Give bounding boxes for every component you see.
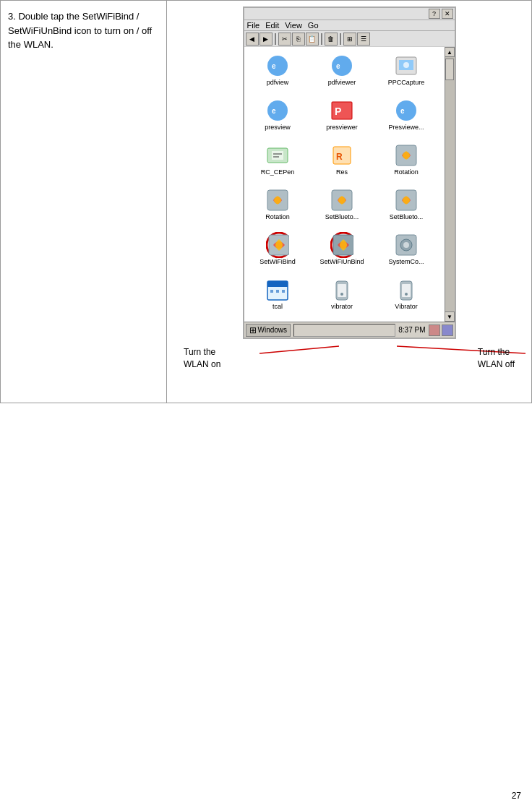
start-button[interactable]: ⊞ Windows (246, 324, 291, 337)
icon-pdfviewer[interactable]: e pdfviewer (312, 51, 373, 93)
win-menubar: File Edit View Go (244, 20, 455, 31)
taskbar-icon2[interactable] (442, 325, 453, 336)
toolbar-views2[interactable]: ☰ (357, 33, 370, 46)
win-close-btn[interactable]: ✕ (442, 9, 453, 19)
step-number: 3. (8, 11, 16, 22)
svg-text:e: e (272, 107, 276, 115)
setblueto2-label: SetBlueto... (390, 213, 424, 221)
menu-edit[interactable]: Edit (265, 21, 279, 30)
page-number: 27 (512, 791, 521, 801)
pdfview-icon: e (266, 54, 289, 77)
toolbar-copy[interactable]: ⎘ (292, 33, 305, 46)
turn-off-line2: WLAN off (478, 359, 515, 369)
toolbar-sep3 (340, 33, 341, 45)
toolbar-back[interactable]: ◀ (246, 33, 259, 46)
setwifibind-label: SetWiFiBind (259, 258, 296, 266)
icons-grid: e pdfview (244, 47, 455, 322)
tcal-icon (266, 278, 289, 301)
svg-point-37 (340, 293, 343, 296)
icon-pdfview[interactable]: e pdfview (247, 51, 309, 93)
presview-label: presview (265, 124, 291, 132)
svg-point-6 (403, 62, 409, 68)
setwifibind-icon (266, 233, 289, 257)
rc-cepen-label: RC_CEPen (261, 168, 295, 176)
pdfview-label: pdfview (267, 79, 289, 87)
icon-setblueto1[interactable]: SetBlueto... (312, 186, 373, 228)
scroll-up-btn[interactable]: ▲ (445, 47, 455, 57)
vibrator2-label: Vibrator (395, 303, 417, 311)
callout-area: Turn the WLAN on Turn the WLAN off (173, 339, 525, 397)
win-content-area: e pdfview (244, 47, 455, 322)
icon-vibrator2[interactable]: Vibrator (376, 275, 437, 317)
toolbar-forward[interactable]: ▶ (259, 33, 273, 46)
rotation1-svg (395, 144, 418, 167)
icon-setblueto2[interactable]: SetBlueto... (376, 186, 437, 228)
svg-text:e: e (272, 62, 276, 70)
icon-rotation1[interactable]: Rotation (376, 141, 437, 183)
icon-rotation2[interactable]: Rotation (247, 186, 309, 228)
pdfview-svg: e (266, 54, 289, 77)
svg-rect-34 (282, 290, 285, 293)
presviewer-label: presviewer (326, 124, 358, 132)
tcal-svg (266, 278, 289, 301)
systemco-icon (395, 233, 418, 257)
win-scrollbar: ▲ ▼ (445, 47, 455, 322)
svg-text:R: R (336, 152, 343, 162)
rc-cepen-svg (266, 144, 289, 167)
page-container: 3. Double tap the SetWiFiBind / SetWiFiU… (0, 0, 532, 808)
icon-presviewe[interactable]: e Presviewe... (376, 96, 437, 138)
icon-setwifibind[interactable]: SetWiFiBind (247, 231, 309, 272)
pdfviewer-svg: e (330, 54, 353, 77)
ppccapture-label: PPCCapture (388, 79, 425, 87)
res-svg: R (330, 144, 353, 167)
taskbar-icons (429, 325, 453, 336)
turn-off-line1: Turn the (478, 347, 510, 357)
icon-presview[interactable]: e presview (247, 96, 309, 138)
toolbar-paste[interactable]: 📋 (306, 33, 319, 46)
setwifiunbind-icon (330, 233, 353, 257)
presview-svg: e (266, 99, 289, 122)
rotation2-label: Rotation (265, 213, 290, 221)
setblueto2-icon (395, 189, 418, 212)
setwifibind-svg (266, 232, 289, 258)
icon-res[interactable]: R Res (312, 141, 373, 183)
win-help-btn[interactable]: ? (429, 9, 440, 19)
toolbar-cut[interactable]: ✂ (278, 33, 291, 46)
icon-tcal[interactable]: tcal (247, 275, 309, 317)
svg-point-2 (332, 56, 352, 76)
systemco-svg (395, 233, 418, 257)
menu-file[interactable]: File (247, 21, 260, 30)
svg-text:P: P (335, 106, 341, 117)
win-window: ? ✕ File Edit View Go (243, 7, 456, 339)
icon-setwifiunbind[interactable]: SetWiFiUnBind (312, 231, 373, 272)
svg-point-7 (267, 100, 288, 121)
toolbar-views[interactable]: ⊞ (343, 33, 356, 46)
icon-systemco[interactable]: SystemCo... (376, 231, 437, 272)
icon-ppccapture[interactable]: PPCCapture (376, 51, 437, 93)
scroll-thumb[interactable] (445, 59, 454, 80)
win-window-container: ? ✕ File Edit View Go (243, 7, 456, 339)
icon-presviewer[interactable]: P presviewer (312, 96, 373, 138)
menu-go[interactable]: Go (308, 21, 319, 30)
win-taskbar: ⊞ Windows 8:37 PM (244, 322, 455, 338)
start-label: Windows (258, 326, 288, 334)
icon-vibrator[interactable]: vibrator (312, 275, 373, 317)
presviewer-svg: P (330, 99, 353, 122)
ppccapture-icon (395, 54, 418, 77)
taskbar-icon1[interactable] (429, 325, 440, 336)
turn-off-label: Turn the WLAN off (478, 346, 515, 371)
setblueto1-svg (330, 189, 353, 212)
scroll-down-btn[interactable]: ▼ (445, 311, 455, 322)
svg-rect-31 (267, 281, 288, 287)
rotation2-svg (266, 189, 289, 212)
toolbar-delete[interactable]: 🗑 (325, 33, 338, 46)
setblueto2-svg (395, 189, 418, 212)
svg-point-29 (403, 242, 409, 248)
svg-text:e: e (336, 62, 340, 70)
menu-view[interactable]: View (285, 21, 302, 30)
svg-rect-32 (270, 290, 273, 293)
svg-point-11 (396, 100, 416, 121)
icon-rc-cepen[interactable]: RC_CEPen (247, 141, 309, 183)
presviewe-svg: e (395, 99, 418, 122)
vibrator-svg (330, 278, 353, 301)
